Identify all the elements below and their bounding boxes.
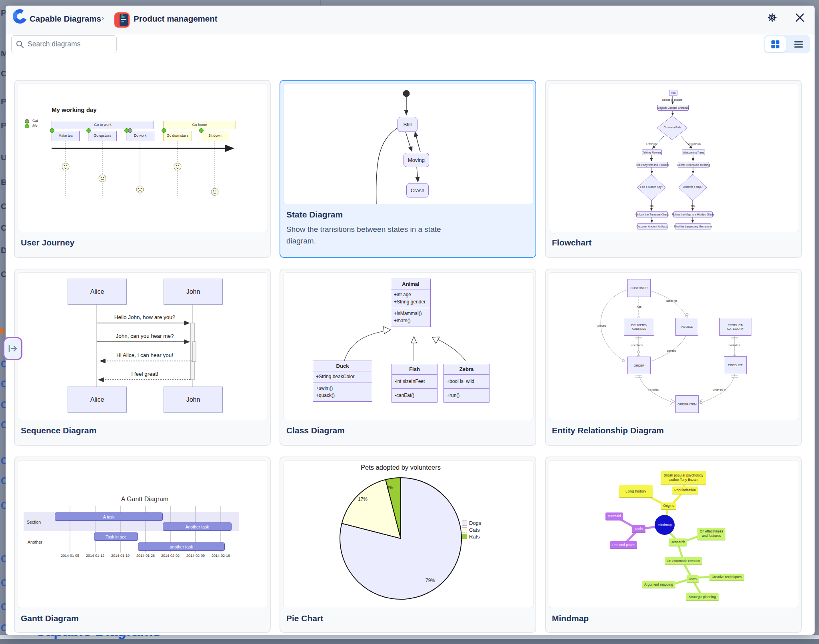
card-title: Gantt Diagram <box>21 614 264 623</box>
pie-perctarget-label: 79% <box>425 578 435 583</box>
card-class-diagram[interactable]: Animal +int age +String gender +isMammal… <box>280 269 536 446</box>
mindmap-node: Pen and paper <box>610 541 637 549</box>
mindmap-thumbnail: British popular psychology author Tony B… <box>549 460 799 608</box>
breadcrumb-app-name[interactable]: Capable Diagrams <box>30 14 101 24</box>
journey-task: Sit down <box>201 131 229 141</box>
mindmap-node: Mermaid <box>605 512 623 520</box>
class-name: Animal <box>391 279 430 289</box>
sequence-message: Hello John, how are you? <box>97 314 193 320</box>
search-input[interactable] <box>11 35 117 53</box>
card-gantt-diagram[interactable]: A Gantt Diagram A task Another task Task… <box>14 457 271 633</box>
class-method: +mate() <box>391 317 430 324</box>
er-entity: PRODUCT-CATEGORY <box>719 318 751 336</box>
er-relation-label: has <box>637 305 641 309</box>
class-diagram-thumbnail: Animal +int age +String gender +isMammal… <box>283 272 533 420</box>
list-view-button[interactable] <box>788 36 809 52</box>
journey-task: Go downstairs <box>163 131 192 141</box>
flowchart-node: Whispering Trees <box>682 150 705 155</box>
mindmap-node: Strategic planning <box>686 593 719 601</box>
diagram-picker-modal: Capable Diagrams › Product management <box>6 6 815 635</box>
mindmap-node: Uses <box>687 575 699 583</box>
card-user-journey[interactable]: My working day Cat Me Go to work Go home… <box>14 80 271 258</box>
list-view-icon <box>794 40 803 48</box>
journey-legend-dot-cat <box>25 119 29 124</box>
card-footer: Pie Chart <box>283 608 533 623</box>
flowchart-node: Follow the Map to a Hidden Glade <box>673 211 713 217</box>
state-node: Crash <box>406 183 429 197</box>
journey-actor-dot <box>162 128 166 133</box>
card-footer: Mindmap <box>549 608 798 623</box>
er-entity: INVOICE <box>675 318 698 336</box>
pie-thumbnail: Pets adopted by volunteers 79% 17% 3% Do… <box>283 460 533 608</box>
card-pie-chart[interactable]: Pets adopted by volunteers 79% 17% 3% Do… <box>280 457 536 633</box>
class-attribute: +int age <box>391 291 430 298</box>
card-title: Class Diagram <box>286 426 529 435</box>
backdrop-bottom-bar <box>0 639 819 644</box>
breadcrumb-chevron-icon: › <box>102 14 104 22</box>
sequence-actor: Alice <box>68 387 127 413</box>
card-state-diagram[interactable]: Still Moving Crash State Diagram Show th… <box>280 80 536 258</box>
sequence-message: Hi Alice, I can hear you! <box>97 352 193 358</box>
user-journey-thumbnail: My working day Cat Me Go to work Go home… <box>18 84 268 232</box>
er-relation-label: ordered in <box>713 388 726 391</box>
gantt-section-label: Section <box>27 520 41 524</box>
backdrop-app-icon <box>0 328 4 334</box>
sequence-actor: John <box>164 387 223 413</box>
pie-legend-swatch <box>462 534 467 539</box>
card-er-diagram[interactable]: CUSTOMER DELIVERY-ADDRESS INVOICE PRODUC… <box>545 269 802 446</box>
pie-legend-label: Dogs <box>469 520 481 526</box>
gantt-axis-date: 2014-02-09 <box>183 554 208 558</box>
gantt-axis-date: 2014-01-19 <box>108 554 133 558</box>
er-entity: ORDER <box>627 357 651 374</box>
journey-actor-dot <box>50 128 54 133</box>
class-attribute: +String beakColor <box>313 373 372 380</box>
mindmap-node: On effectivness and features <box>697 528 725 540</box>
mindmap-node: On Automatic creation <box>665 557 702 565</box>
card-flowchart[interactable]: You Decide to explore Magical Garden Ent… <box>545 80 802 258</box>
gantt-thumbnail: A Gantt Diagram A task Another task Task… <box>18 460 268 608</box>
er-entity: PRODUCT <box>724 356 747 374</box>
flowchart-node: Unlock the Treasure Chest <box>636 211 668 217</box>
grid-view-button[interactable] <box>765 36 786 52</box>
er-connectors <box>549 273 799 420</box>
class-box-animal: Animal +int age +String gender +isMammal… <box>391 279 431 327</box>
class-method: +swim() <box>313 385 372 392</box>
class-name: Zebra <box>444 364 489 375</box>
gantt-task-bar: another task <box>138 542 225 551</box>
class-attribute: +bool is_wild <box>444 378 489 385</box>
er-relation-label: places <box>597 324 606 327</box>
mindmap-root-node: mindmap <box>655 515 675 535</box>
class-attribute: -int sizeInFeet <box>392 378 437 385</box>
card-mindmap[interactable]: British popular psychology author Tony B… <box>545 457 802 633</box>
card-footer: Flowchart <box>549 232 798 247</box>
state-diagram-thumbnail: Still Moving Crash <box>283 84 533 204</box>
er-entity: DELIVERY-ADDRESS <box>624 318 654 336</box>
sequence-connectors <box>18 273 268 420</box>
er-relation-label: covers <box>667 349 676 353</box>
card-description: Show the transitions between states in a… <box>286 224 466 247</box>
gantt-axis-date: 2014-02-16 <box>208 554 234 558</box>
card-title: Flowchart <box>552 238 795 247</box>
er-relation-label: liable for <box>666 299 677 303</box>
sidebar-expand-button[interactable] <box>3 337 22 360</box>
flowchart-node: Magical Garden Entrance <box>657 105 689 111</box>
close-icon[interactable] <box>794 12 805 23</box>
journey-task: Make tea <box>52 131 80 141</box>
mindmap-node: Tools <box>632 525 645 533</box>
card-title: State Diagram <box>286 210 529 219</box>
class-method: +run() <box>444 392 489 399</box>
settings-gear-icon[interactable] <box>766 12 778 24</box>
flowchart-node: Secret Treehouse Meeting <box>678 162 709 167</box>
breadcrumb-page-title: Product management <box>134 14 218 24</box>
capable-diagrams-logo-icon <box>13 8 27 24</box>
mindmap-node: Argument mapping <box>642 581 675 588</box>
card-sequence-diagram[interactable]: Alice John Alice John Hello John, how ar… <box>14 269 271 446</box>
mindmap-node: Origins <box>661 502 676 510</box>
card-footer: State Diagram Show the transitions betwe… <box>283 204 533 247</box>
class-method: +isMammal() <box>391 310 430 317</box>
pie-legend-swatch <box>462 520 467 526</box>
view-toggle <box>764 35 810 53</box>
card-footer: Sequence Diagram <box>18 420 267 435</box>
class-name: Duck <box>313 361 372 371</box>
sequence-actor: Alice <box>68 279 127 305</box>
